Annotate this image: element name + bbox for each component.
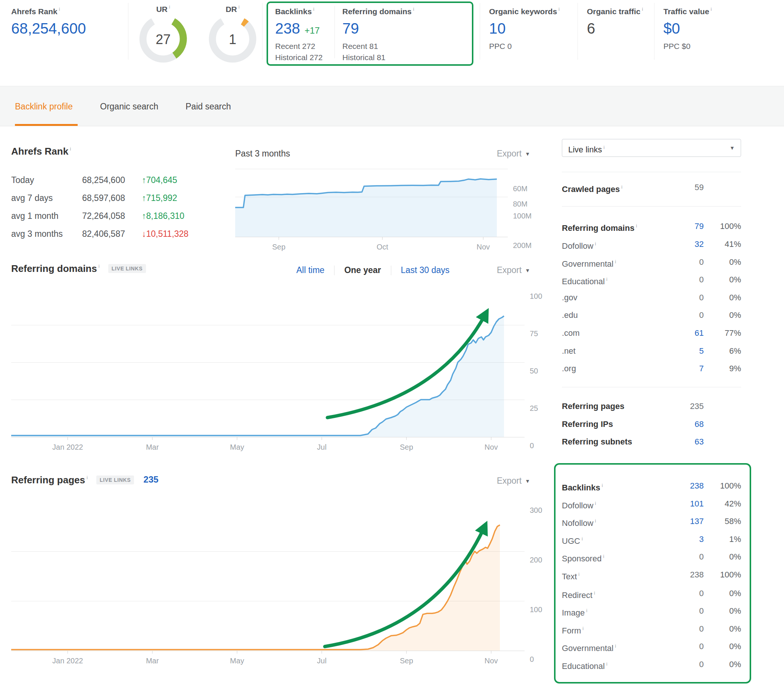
caret-down-icon: ▼ — [729, 139, 735, 156]
sidebar-row-educational-backlinks: Educationali 0 0% — [562, 659, 741, 670]
chart-rp-canvas — [11, 502, 525, 654]
sidebar-row-backlinks: Backlinksi 238 100% — [562, 480, 741, 492]
backlinks-value[interactable]: 238 — [275, 20, 300, 37]
divider — [562, 172, 741, 172]
links-mode-select[interactable]: Live linksi ▼ — [562, 139, 741, 157]
referring-domains-recent: Recent 81 — [342, 41, 414, 52]
y-axis-label: 100M — [513, 212, 531, 220]
referring-domains-total[interactable]: 79 — [648, 220, 704, 232]
sidebar-row-referring-ips: Referring IPs 68 — [562, 418, 741, 430]
tab-paid-search[interactable]: Paid search — [186, 86, 231, 127]
tab-backlink-profile[interactable]: Backlink profile — [15, 86, 73, 127]
sidebar-row-org-domains: .org 7 9% — [562, 363, 741, 375]
info-icon: i — [238, 4, 240, 10]
time-range-filters: All time One year Last 30 days — [261, 265, 459, 275]
tab-organic-search[interactable]: Organic search — [100, 86, 158, 127]
sidebar-row-ugc-backlinks: UGCi 3 1% — [562, 533, 741, 545]
info-icon: i — [603, 554, 604, 559]
filter-last-30-days[interactable]: Last 30 days — [391, 265, 459, 275]
info-icon: i — [313, 6, 314, 12]
x-axis-label: May — [230, 443, 244, 451]
stat-organic-traffic: Organic traffici 6 — [587, 7, 643, 37]
caret-down-icon: ▼ — [525, 478, 530, 484]
referring-domains-value[interactable]: 79 — [342, 20, 414, 37]
info-icon: i — [586, 608, 587, 613]
referring-domains-chart: 1007550250Jan 2022MarMayJulSepNov — [11, 287, 556, 456]
sidebar-row-sponsored-backlinks: Sponsoredi 0 0% — [562, 551, 741, 563]
x-axis-label: Sep — [272, 243, 286, 252]
sidebar-row-crawled-pages: Crawled pagesi 59 — [562, 182, 741, 193]
filter-one-year[interactable]: One year — [335, 265, 390, 275]
divider — [262, 3, 262, 60]
dr-gauge: 1 — [207, 13, 258, 63]
divider — [562, 206, 741, 206]
info-icon: i — [413, 6, 415, 12]
sidebar-row-referring-domains: Referring domainsi 79 100% — [562, 220, 741, 232]
chart-rank-canvas — [235, 169, 508, 240]
info-icon: i — [595, 241, 596, 247]
info-icon: i — [642, 6, 643, 12]
traffic-value-value[interactable]: $0 — [663, 20, 711, 37]
x-axis-label: Sep — [400, 657, 413, 665]
section-title-ahrefs-rank: Ahrefs Ranki — [11, 146, 71, 157]
divider — [480, 3, 480, 60]
x-axis-label: Sep — [400, 443, 413, 451]
stat-organic-keywords: Organic keywordsi 10 PPC 0 — [489, 7, 560, 52]
x-axis-label: Mar — [146, 657, 159, 665]
info-icon: i — [59, 6, 60, 12]
info-icon: i — [578, 571, 580, 577]
divider — [562, 387, 741, 387]
sidebar-row-referring-subnets: Referring subnets 63 — [562, 436, 741, 448]
dr-value: 1 — [229, 32, 236, 47]
organic-traffic-value: 6 — [587, 20, 643, 37]
section-title-referring-pages: Referring pagesi LIVE LINKS 235 — [11, 474, 158, 486]
filter-all-time[interactable]: All time — [287, 265, 334, 275]
x-axis-label: May — [230, 657, 244, 665]
rank-table-row: avg 3 months 82,406,587 ↓10,511,328 — [11, 226, 224, 241]
y-axis-label: 25 — [530, 404, 538, 413]
info-icon: i — [636, 223, 637, 229]
stat-label: Organic keywords — [489, 7, 557, 16]
live-links-badge: LIVE LINKS — [108, 264, 146, 273]
referring-pages-count[interactable]: 235 — [143, 474, 158, 484]
info-icon: i — [99, 263, 100, 269]
export-button[interactable]: Export▼ — [467, 149, 530, 159]
sidebar-row-form-backlinks: Formi 0 0% — [562, 623, 741, 635]
rank-table-row: Today 68,254,600 ↑704,645 — [11, 172, 224, 188]
export-button[interactable]: Export▼ — [467, 265, 530, 275]
rank-row-value: 68,254,600 — [56, 172, 125, 188]
top-stats-bar: Ahrefs Ranki 68,254,600 URi 27 DRi 1 Bac… — [0, 0, 784, 86]
stat-referring-domains: Referring domainsi 79 Recent 81 Historic… — [342, 7, 414, 63]
info-icon: i — [603, 144, 604, 150]
info-icon: i — [606, 276, 607, 282]
backlinks-total[interactable]: 238 — [648, 480, 704, 492]
info-icon: i — [615, 259, 616, 265]
info-icon: i — [87, 475, 88, 480]
info-icon: i — [606, 661, 607, 667]
rank-row-change: ↑8,186,310 — [142, 208, 185, 223]
rank-row-change: ↓10,511,328 — [142, 226, 188, 241]
info-icon: i — [70, 146, 71, 152]
organic-keywords-value[interactable]: 10 — [489, 20, 560, 37]
sidebar-row-educational-domains: Educationali 0 0% — [562, 274, 741, 286]
stat-backlinks: Backlinksi 238+17 Recent 272 Historical … — [275, 7, 322, 63]
rank-row-label: avg 1 month — [11, 208, 58, 223]
rank-row-label: avg 3 months — [11, 226, 63, 241]
x-axis-label: Jul — [317, 657, 327, 665]
info-icon: i — [615, 643, 616, 649]
stat-label: Referring domains — [342, 7, 412, 16]
divider — [654, 3, 654, 60]
y-axis-label: 200M — [513, 241, 531, 250]
ahrefs-rank-value: 68,254,600 — [11, 20, 86, 37]
x-axis-label: Jul — [317, 443, 327, 451]
y-axis-label: 50 — [530, 367, 538, 375]
referring-domains-historical: Historical 81 — [342, 52, 414, 63]
export-button[interactable]: Export▼ — [467, 476, 530, 486]
section-title-referring-domains: Referring domainsi LIVE LINKS — [11, 263, 146, 274]
divider — [578, 3, 578, 60]
sidebar-row-edu-domains: .edu 0 0% — [562, 309, 741, 321]
rank-row-label: Today — [11, 172, 34, 188]
stat-label: Traffic value — [663, 7, 709, 16]
sidebar-row-text-backlinks: Texti 238 100% — [562, 569, 741, 581]
y-axis-label: 300 — [530, 506, 542, 515]
